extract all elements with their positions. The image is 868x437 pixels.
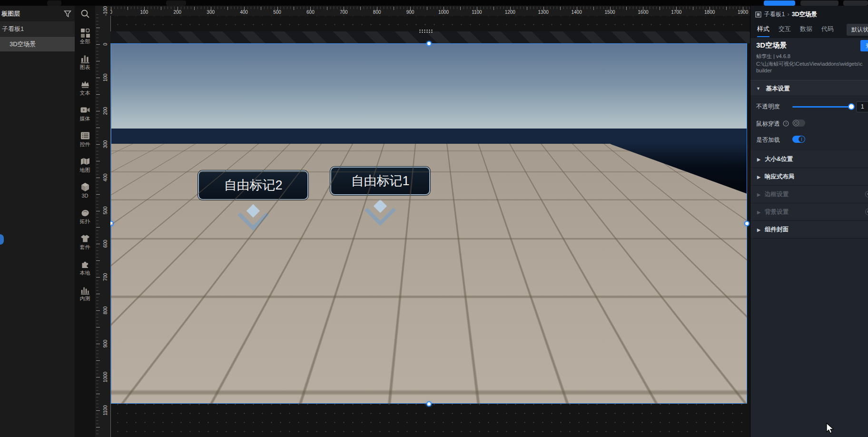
ruler-tick bbox=[96, 18, 99, 18]
ruler-tick bbox=[587, 7, 587, 9]
ruler-tick bbox=[96, 420, 99, 421]
ruler-tick bbox=[154, 7, 155, 9]
section-大小&位置[interactable]: ▶大小&位置 bbox=[750, 150, 868, 168]
resize-handle-top[interactable] bbox=[426, 41, 432, 46]
tab-代码[interactable]: 代码 bbox=[821, 25, 834, 37]
toolbox-item-全部[interactable]: 全部 bbox=[75, 28, 95, 52]
ruler-label: 0 bbox=[103, 43, 108, 46]
ruler-tick bbox=[264, 7, 265, 9]
ruler-label: 600 bbox=[306, 10, 315, 15]
tab-数据[interactable]: 数据 bbox=[800, 25, 812, 37]
ruler-tick bbox=[96, 314, 99, 314]
resize-handle-bottom[interactable] bbox=[426, 401, 432, 407]
section-背景设置[interactable]: ▶背景设置 bbox=[750, 203, 868, 221]
ruler-tick bbox=[96, 220, 99, 221]
ruler-tick bbox=[214, 7, 215, 9]
ruler-tick bbox=[184, 7, 185, 9]
breadcrumb-separator: › bbox=[787, 11, 789, 18]
top-tab-fragment[interactable] bbox=[843, 0, 868, 6]
ruler-tick bbox=[723, 7, 723, 9]
tab-样式[interactable]: 样式 bbox=[757, 25, 769, 37]
free-marker-2[interactable]: 自由标记1 bbox=[330, 167, 430, 195]
slider-knob[interactable] bbox=[848, 103, 855, 110]
section-组件封面[interactable]: ▶组件封面 bbox=[750, 221, 868, 238]
toolbox-item-内测[interactable]: 内测 bbox=[75, 285, 95, 309]
layer-row-2[interactable]: 3D空场景 bbox=[0, 37, 75, 51]
section-basic-settings[interactable]: ▼ 基本设置 bbox=[750, 80, 868, 96]
toolbox-item-图表[interactable]: 图表 bbox=[75, 53, 95, 78]
kit-icon bbox=[79, 233, 91, 244]
default-state-button[interactable]: 默认状态 bbox=[847, 24, 868, 36]
ruler-tick bbox=[284, 7, 284, 9]
layer-row-1[interactable]: 子看板1 bbox=[0, 21, 75, 36]
toolbox-item-地图[interactable]: 地图 bbox=[75, 156, 95, 181]
resize-handle-right[interactable] bbox=[744, 221, 750, 226]
opacity-slider[interactable] bbox=[792, 106, 851, 108]
ruler-tick bbox=[96, 297, 99, 298]
ruler-tick bbox=[96, 111, 100, 111]
section-边框设置[interactable]: ▶边框设置 bbox=[750, 186, 868, 203]
ruler-tick bbox=[660, 7, 660, 10]
toolbox-item-3D[interactable]: 3D bbox=[75, 182, 95, 207]
toolbox-item-本地[interactable]: 本地 bbox=[75, 259, 95, 284]
ruler-tick bbox=[96, 364, 99, 364]
ruler-tick bbox=[96, 201, 99, 201]
breadcrumb-parent[interactable]: 子看板1 bbox=[764, 10, 785, 19]
ruler-tick bbox=[171, 7, 171, 9]
ruler-tick bbox=[630, 7, 630, 9]
ruler-tick bbox=[650, 7, 650, 9]
ruler-tick bbox=[96, 31, 99, 31]
ruler-label: 1000 bbox=[103, 372, 108, 382]
ruler-tick bbox=[96, 367, 99, 367]
help-icon[interactable]: ? bbox=[783, 120, 789, 127]
ruler-tick bbox=[96, 144, 100, 145]
ruler-tick bbox=[733, 7, 733, 9]
ruler-tick bbox=[96, 154, 99, 155]
mouse-passthrough-toggle[interactable] bbox=[792, 119, 805, 127]
ruler-tick bbox=[118, 7, 118, 9]
ruler-tick bbox=[600, 7, 601, 9]
ruler-tick bbox=[96, 350, 99, 351]
filter-icon[interactable] bbox=[63, 10, 72, 18]
ruler-label: 700 bbox=[340, 10, 348, 15]
opacity-row: 不透明度 1 bbox=[750, 101, 868, 112]
load-toggle[interactable] bbox=[792, 136, 805, 143]
free-marker-1[interactable]: 自由标记2 bbox=[198, 170, 308, 200]
toolbox-item-拓扑[interactable]: 拓扑 bbox=[75, 208, 95, 232]
ruler-tick bbox=[473, 7, 474, 9]
ruler-tick bbox=[96, 280, 99, 281]
ruler-tick bbox=[96, 184, 99, 185]
toolbox-item-label: 控件 bbox=[75, 141, 95, 147]
toolbox-item-套件[interactable]: 套件 bbox=[75, 233, 95, 258]
section-响应式布局[interactable]: ▶响应式布局 bbox=[750, 168, 868, 186]
marker-pointer-chevron-icon bbox=[362, 206, 398, 230]
ruler-tick bbox=[96, 91, 99, 91]
ruler-tick bbox=[96, 394, 100, 394]
ruler-tick bbox=[168, 7, 168, 9]
ruler-tick bbox=[686, 7, 687, 9]
ruler-tick bbox=[454, 7, 454, 9]
app-window: 板图层 子看板13D空场景 全部图表文本媒体控件地图3D拓扑套件本地内测 -10… bbox=[0, 0, 868, 437]
opacity-value-input[interactable]: 1 bbox=[856, 101, 868, 112]
top-tab-fragment[interactable] bbox=[800, 0, 838, 6]
view-button[interactable]: 查看 bbox=[860, 40, 868, 51]
ruler-tick bbox=[487, 7, 487, 9]
ruler-tick bbox=[96, 294, 100, 294]
drag-handle-dots[interactable] bbox=[419, 29, 433, 33]
ruler-tick bbox=[573, 7, 574, 9]
editor-canvas[interactable]: 自由标记2自由标记1 bbox=[110, 16, 750, 437]
ruler-tick bbox=[96, 224, 99, 224]
ruler-tick bbox=[241, 7, 241, 9]
toolbox-item-控件[interactable]: 控件 bbox=[75, 130, 95, 155]
ruler-tick bbox=[314, 7, 314, 9]
search-icon[interactable] bbox=[80, 9, 90, 19]
toolbox-item-label: 3D bbox=[75, 193, 95, 199]
ruler-tick bbox=[96, 357, 99, 358]
toolbox-item-文本[interactable]: 文本 bbox=[75, 79, 95, 104]
ruler-label: 1200 bbox=[505, 10, 515, 15]
active-top-tab-indicator[interactable] bbox=[764, 0, 795, 6]
3d-scene-widget[interactable]: 自由标记2自由标记1 bbox=[111, 43, 747, 404]
ruler-tick bbox=[114, 7, 115, 9]
tab-交互[interactable]: 交互 bbox=[779, 25, 791, 37]
toolbox-item-媒体[interactable]: 媒体 bbox=[75, 105, 95, 129]
